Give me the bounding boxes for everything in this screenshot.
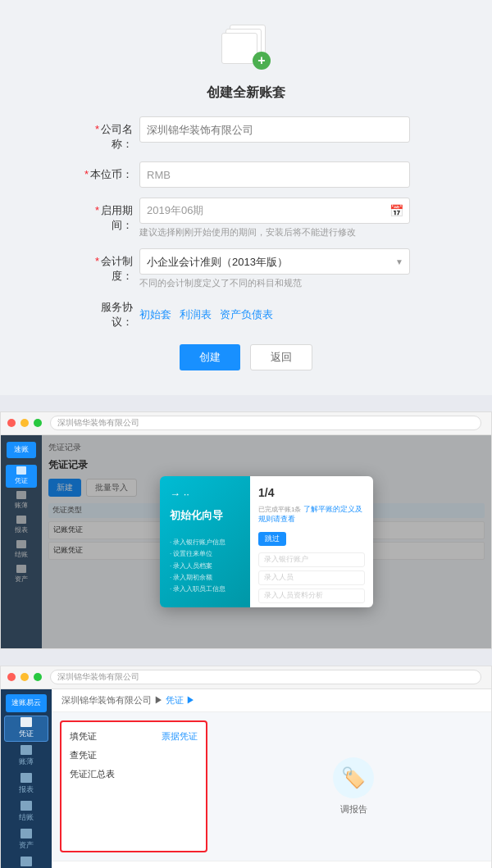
bottom-settle-icon: [20, 801, 32, 811]
titlebar-min-dot: [20, 419, 29, 427]
voucher-summary[interactable]: 凭证汇总表: [70, 768, 115, 780]
standard-row: 会计制度： 小企业会计准则（2013年版） ▼ 不同的会计制度定义了不同的科目和…: [82, 248, 410, 289]
file-stack-icon: +: [221, 25, 271, 70]
step-item-1: · 录入银行账户信息: [170, 537, 240, 548]
voucher-row-2: 查凭证: [70, 749, 198, 761]
app-window: 深圳锦华装饰有限公司 速账 凭证 账薄 报表: [0, 411, 492, 649]
sidebar-item-voucher[interactable]: 凭证: [6, 465, 37, 488]
period-label: 启用期间：: [82, 198, 139, 233]
step-item-4: · 录入期初余额: [170, 572, 240, 584]
service-row: 服务协议： 初始套 利润表 资产负债表: [82, 300, 410, 329]
plus-icon: +: [253, 52, 271, 70]
check-voucher[interactable]: 查凭证: [70, 749, 97, 761]
bottom-cashier-icon: [20, 857, 32, 866]
skip-button[interactable]: 跳过: [258, 532, 286, 546]
app-sidebar: 速账 凭证 账薄 报表 结账: [1, 435, 42, 648]
dialog-subtitle: 已完成平账1条 了解平账的定义及规则请查看: [258, 504, 365, 525]
bottom-breadcrumb: 深圳锦华装饰有限公司 ▶ 凭证 ▶: [61, 694, 195, 707]
voucher-row-1: 填凭证 票据凭证: [70, 730, 198, 743]
fill-voucher[interactable]: 填凭证: [70, 730, 97, 743]
divider-1: [0, 395, 492, 411]
bottom-logo: 速账易云: [6, 694, 47, 712]
ticket-voucher[interactable]: 票据凭证: [162, 730, 198, 743]
titlebar-close-dot: [7, 419, 16, 427]
currency-label: 本位币：: [82, 161, 139, 182]
bottom-voucher-icon: [20, 717, 32, 727]
create-icon-area: +: [221, 25, 271, 76]
bottom-body: 速账易云 凭证 账薄 报表 结账 资产 出: [1, 689, 491, 868]
step-item-5: · 录入入职员工信息: [170, 584, 240, 595]
bottom-content: 填凭证 票据凭证 查凭证 凭证汇总表 🏷️ 调报告: [52, 712, 491, 861]
standard-label: 会计制度：: [82, 248, 139, 284]
bottom-titlebar: 深圳锦华装饰有限公司: [1, 666, 491, 689]
sidebar-item-report[interactable]: 报表: [6, 514, 37, 537]
company-row: 公司名称：: [82, 116, 410, 152]
currency-input[interactable]: [139, 161, 410, 188]
period-input[interactable]: [139, 198, 410, 224]
dialog-arrow: → ··: [170, 488, 240, 500]
bottom-main: 深圳锦华装饰有限公司 ▶ 凭证 ▶ 填凭证 票据凭证 查凭证 凭证汇: [52, 689, 491, 868]
service-link-3[interactable]: 资产负债表: [220, 307, 273, 322]
sidebar-item-settle[interactable]: 结账: [6, 539, 37, 561]
create-form: 公司名称： 本位币： 启用期间： 📅 建议选择刚刚开始使用的期间，安装后将不能进…: [82, 116, 410, 370]
standard-input-wrap: 小企业会计准则（2013年版） ▼ 不同的会计制度定义了不同的科目和规范: [139, 248, 410, 289]
tag-label: 调报告: [340, 803, 367, 816]
step-item-3: · 录入人员档案: [170, 561, 240, 572]
sidebar-item-ledger[interactable]: 账薄: [6, 489, 37, 512]
bottom-report-icon: [20, 773, 32, 783]
service-link-2[interactable]: 利润表: [180, 307, 212, 322]
standard-hint: 不同的会计制度定义了不同的科目和规范: [139, 277, 410, 289]
bottom-sidebar-report[interactable]: 报表: [4, 771, 48, 798]
period-hint: 建议选择刚刚开始使用的期间，安装后将不能进行修改: [139, 226, 410, 239]
init-dialog: → ·· 初始化向导 · 录入银行账户信息 · 设置往来单位 · 录入人员档案 …: [160, 476, 373, 607]
step-item-2: · 设置往来单位: [170, 548, 240, 560]
bottom-header-bar: 深圳锦华装饰有限公司 ▶ 凭证 ▶: [52, 689, 491, 712]
dialog-field-3[interactable]: 录入人员资料分析: [258, 589, 365, 603]
app-logo: 速账: [7, 442, 36, 458]
standard-select[interactable]: 小企业会计准则（2013年版）: [139, 248, 410, 275]
bottom-close-dot: [7, 673, 16, 681]
dialog-overlay: → ·· 初始化向导 · 录入银行账户信息 · 设置往来单位 · 录入人员档案 …: [42, 435, 491, 648]
bottom-sidebar-asset[interactable]: 资产: [4, 827, 48, 853]
form-buttons: 创建 返回: [82, 344, 410, 370]
tag-emoji: 🏷️: [341, 766, 366, 789]
tag-icon: 🏷️: [333, 757, 374, 798]
create-account-section: + 创建全新账套 公司名称： 本位币： 启用期间： 📅: [0, 0, 492, 395]
bottom-sidebar-ledger[interactable]: 账薄: [4, 743, 48, 770]
back-button[interactable]: 返回: [250, 344, 312, 370]
bottom-sidebar-cashier[interactable]: 出纳: [4, 855, 48, 868]
dialog-left-panel: → ·· 初始化向导 · 录入银行账户信息 · 设置往来单位 · 录入人员档案 …: [160, 476, 250, 607]
divider-2: [0, 649, 492, 666]
voucher-panel: 填凭证 票据凭证 查凭证 凭证汇总表: [60, 720, 207, 852]
bottom-asset-icon: [20, 829, 32, 838]
right-panel: 🏷️ 调报告: [216, 712, 491, 861]
create-title: 创建全新账套: [207, 84, 285, 102]
company-label: 公司名称：: [82, 116, 139, 152]
dialog-field-2[interactable]: 录入人员: [258, 570, 365, 585]
bottom-sidebar-voucher[interactable]: 凭证: [4, 716, 48, 742]
company-input[interactable]: [139, 116, 410, 143]
settle-icon: [16, 540, 26, 548]
currency-row: 本位币：: [82, 161, 410, 188]
breadcrumb-link[interactable]: 凭证 ▶: [166, 695, 195, 705]
bottom-titlebar-url: 深圳锦华装饰有限公司: [50, 670, 481, 684]
create-button[interactable]: 创建: [180, 344, 240, 370]
bottom-max-dot: [34, 673, 42, 681]
company-input-wrap: [139, 116, 410, 143]
bottom-sidebar-settle[interactable]: 结账: [4, 799, 48, 825]
sidebar-item-asset[interactable]: 资产: [6, 563, 37, 586]
period-input-wrap: 📅 建议选择刚刚开始使用的期间，安装后将不能进行修改: [139, 198, 410, 239]
period-input-container: 📅: [139, 198, 410, 224]
dialog-step-items: · 录入银行账户信息 · 设置往来单位 · 录入人员档案 · 录入期初余额 · …: [170, 537, 240, 596]
asset-icon: [16, 565, 26, 573]
report-icon: [16, 516, 26, 524]
dialog-field-1[interactable]: 录入银行账户: [258, 552, 365, 567]
voucher-icon: [16, 466, 26, 475]
app-main: 凭证记录 凭证记录 新建 批量导入 凭证类型 凭证编号 金额 记账凭证 记-00…: [42, 435, 491, 648]
bottom-sidebar: 速账易云 凭证 账薄 报表 结账 资产 出: [1, 689, 52, 868]
bottom-footer: 财务报告 利三报告数据 📊 利润总额 0.00 💰 现金: [52, 861, 491, 868]
dialog-step-title: 初始化向导: [170, 509, 240, 523]
bottom-ledger-icon: [20, 745, 32, 755]
dialog-progress: 1/4: [258, 486, 365, 499]
service-link-1[interactable]: 初始套: [139, 307, 171, 322]
